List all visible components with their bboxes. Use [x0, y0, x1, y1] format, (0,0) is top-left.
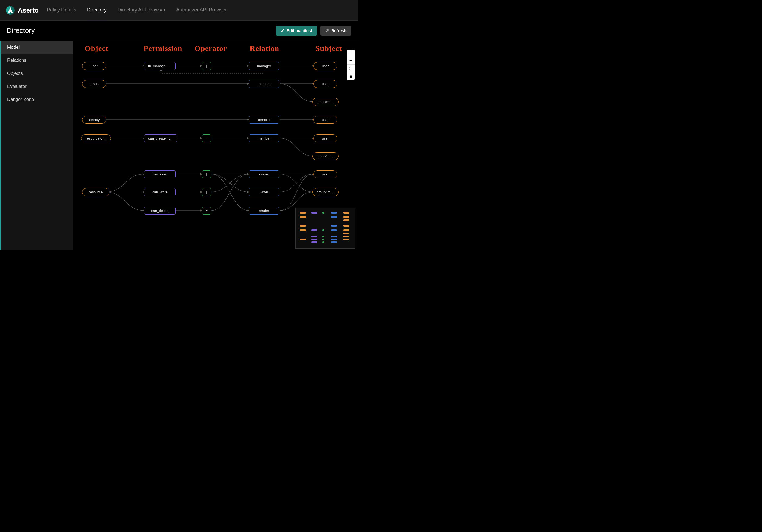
- node-relation-owner[interactable]: owner: [249, 170, 279, 178]
- minimap-node: [343, 233, 349, 234]
- sidebar-item-danger-zone[interactable]: Danger Zone: [1, 93, 73, 106]
- brand: Aserto: [5, 5, 38, 15]
- header-actions: Edit manifest Refresh: [276, 26, 351, 36]
- minimap-node: [343, 219, 349, 221]
- node-subject-user-1[interactable]: user: [313, 62, 337, 70]
- node-perm-can-write[interactable]: can_write: [144, 188, 176, 196]
- minimap-node: [322, 236, 325, 237]
- node-operator-eq-2[interactable]: =: [202, 207, 211, 215]
- node-object-resource[interactable]: resource: [82, 188, 109, 196]
- minimap-node: [331, 236, 337, 237]
- node-relation-identifier[interactable]: identifier: [249, 116, 279, 124]
- node-operator-pipe-3[interactable]: |: [202, 188, 211, 196]
- annotation-permission: Permission: [144, 44, 182, 53]
- minimap-node: [311, 239, 317, 240]
- sidebar: Model Relations Objects Evaluator Danger…: [0, 41, 73, 250]
- node-perm-in-management[interactable]: in_managemen...: [144, 62, 176, 70]
- minimap-node: [300, 212, 306, 213]
- node-perm-can-create-resource[interactable]: can_create_res...: [144, 134, 177, 142]
- tab-policy-details[interactable]: Policy Details: [47, 0, 76, 20]
- node-operator-pipe-1[interactable]: |: [202, 62, 211, 70]
- topbar: Aserto Policy Details Directory Director…: [0, 0, 358, 21]
- minimap-node: [311, 229, 317, 231]
- minimap-node: [300, 239, 306, 240]
- node-subject-user-2[interactable]: user: [313, 80, 337, 88]
- node-subject-groupmember-1[interactable]: group#mem...: [313, 98, 339, 106]
- node-subject-groupmember-2[interactable]: group#mem...: [313, 152, 339, 160]
- fit-icon: [349, 67, 353, 70]
- refresh-label: Refresh: [331, 28, 346, 33]
- zoom-in-button[interactable]: +: [347, 49, 355, 57]
- minimap-node: [343, 225, 349, 227]
- minimap-node: [300, 229, 306, 231]
- node-object-user[interactable]: user: [82, 62, 106, 70]
- minimap-node: [322, 239, 325, 240]
- minimap-node: [343, 212, 349, 213]
- minimap-node: [343, 229, 349, 231]
- aserto-logo-icon: [5, 5, 15, 15]
- node-relation-reader[interactable]: reader: [249, 207, 279, 215]
- minimap-node: [322, 229, 325, 231]
- minimap-node: [322, 241, 325, 243]
- annotation-operator: Operator: [194, 44, 227, 53]
- minimap-node: [331, 216, 337, 218]
- minimap-node: [331, 229, 337, 231]
- body: Model Relations Objects Evaluator Danger…: [0, 41, 358, 250]
- minimap-node: [331, 225, 337, 227]
- sidebar-item-evaluator[interactable]: Evaluator: [1, 80, 73, 93]
- node-subject-groupmember-3[interactable]: group#mem...: [313, 188, 339, 196]
- node-relation-manager[interactable]: manager: [249, 62, 279, 70]
- minimap-node: [331, 239, 337, 240]
- node-relation-member-1[interactable]: member: [249, 80, 279, 88]
- node-perm-can-delete[interactable]: can_delete: [144, 207, 176, 215]
- brand-text: Aserto: [18, 7, 38, 14]
- node-operator-pipe-2[interactable]: |: [202, 170, 211, 178]
- pencil-icon: [281, 29, 284, 33]
- annotation-object: Object: [85, 44, 109, 53]
- minimap-node: [322, 212, 325, 213]
- minimap-node: [300, 216, 306, 218]
- zoom-fit-button[interactable]: [347, 65, 355, 72]
- sidebar-item-relations[interactable]: Relations: [1, 54, 73, 67]
- minimap-node: [311, 212, 317, 213]
- node-subject-user-4[interactable]: user: [313, 134, 337, 142]
- minimap[interactable]: [295, 208, 355, 249]
- node-object-resource-creator[interactable]: resource-cr...: [81, 134, 111, 142]
- subheader: Directory Edit manifest Refresh: [0, 21, 358, 41]
- node-subject-user-3[interactable]: user: [313, 116, 337, 124]
- minimap-node: [343, 216, 349, 218]
- lock-icon: [349, 75, 352, 78]
- minimap-node: [331, 212, 337, 213]
- node-object-group[interactable]: group: [82, 80, 106, 88]
- tab-directory[interactable]: Directory: [87, 0, 107, 20]
- graph-canvas[interactable]: Object Permission Operator Relation Subj…: [73, 41, 358, 250]
- minimap-node: [300, 225, 306, 227]
- refresh-button[interactable]: Refresh: [320, 26, 351, 36]
- zoom-controls: + −: [347, 49, 355, 80]
- zoom-out-button[interactable]: −: [347, 57, 355, 65]
- minimap-node: [343, 239, 349, 240]
- top-tabs: Policy Details Directory Directory API B…: [47, 0, 227, 20]
- node-subject-user-5[interactable]: user: [313, 170, 337, 178]
- sidebar-item-model[interactable]: Model: [1, 41, 73, 54]
- node-operator-eq-1[interactable]: =: [202, 134, 211, 142]
- annotation-subject: Subject: [316, 44, 342, 53]
- minimap-node: [343, 236, 349, 237]
- refresh-icon: [325, 29, 329, 33]
- node-relation-member-2[interactable]: member: [249, 134, 279, 142]
- zoom-lock-button[interactable]: [347, 72, 355, 80]
- tab-directory-api-browser[interactable]: Directory API Browser: [117, 0, 165, 20]
- annotation-relation: Relation: [250, 44, 279, 53]
- page-title: Directory: [7, 26, 35, 35]
- node-perm-can-read[interactable]: can_read: [144, 170, 176, 178]
- minimap-node: [311, 241, 317, 243]
- minimap-node: [331, 241, 337, 243]
- node-object-identity[interactable]: identity: [82, 116, 106, 124]
- tab-authorizer-api-browser[interactable]: Authorizer API Browser: [176, 0, 227, 20]
- sidebar-item-objects[interactable]: Objects: [1, 67, 73, 80]
- edit-manifest-label: Edit manifest: [287, 28, 312, 33]
- node-relation-writer[interactable]: writer: [249, 188, 279, 196]
- edit-manifest-button[interactable]: Edit manifest: [276, 26, 317, 36]
- minimap-node: [311, 236, 317, 237]
